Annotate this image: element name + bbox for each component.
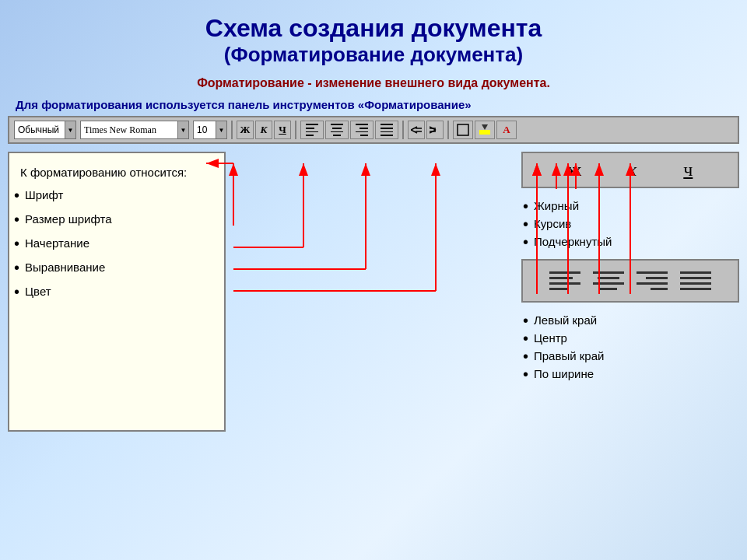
highlight-button[interactable] — [475, 121, 495, 139]
underline-button[interactable]: Ч — [274, 121, 291, 139]
align-item-left: Левый край — [529, 313, 739, 327]
outdent-button[interactable] — [408, 121, 425, 139]
list-item-color: Цвет — [20, 285, 213, 298]
biu-underline-label: ч — [683, 159, 693, 180]
align-right-sample — [633, 267, 671, 295]
divider1 — [231, 121, 233, 139]
list-item-style: Начертание — [20, 236, 213, 250]
size-value: 10 — [193, 121, 216, 139]
subtitle: Форматирование - изменение внешнего вида… — [0, 76, 747, 90]
style-selector[interactable]: Обычный ▼ — [14, 121, 76, 139]
toolbar: Обычный ▼ Times New Roman ▼ 10 ▼ Ж К Ч — [8, 116, 739, 144]
list-item-align: Выравнивание — [20, 261, 213, 274]
left-info-box: К форматированию относится: Шрифт Размер… — [8, 152, 226, 432]
align-left-button[interactable] — [300, 121, 324, 139]
left-box-title: К форматированию относится: — [20, 166, 213, 179]
list-item-size: Размер шрифта — [20, 212, 213, 226]
bold-button[interactable]: Ж — [237, 121, 254, 139]
align-item-center: Центр — [529, 331, 739, 345]
panel-label: Для форматирования используется панель и… — [0, 95, 747, 116]
content-area: К форматированию относится: Шрифт Размер… — [8, 152, 739, 432]
svg-rect-9 — [479, 130, 490, 135]
align-center-button[interactable] — [325, 121, 349, 139]
font-selector[interactable]: Times New Roman ▼ — [80, 121, 189, 139]
title-line1: Схема создания документа — [0, 14, 747, 43]
right-info-area: ж к ч Жирный Курсив Подчеркнутый — [521, 152, 739, 432]
font-dropdown-arrow[interactable]: ▼ — [178, 121, 189, 139]
page-title: Схема создания документа (Форматирование… — [0, 0, 747, 70]
biu-item-bold: Жирный — [529, 199, 739, 212]
font-value: Times New Roman — [80, 121, 178, 139]
align-item-justify: По ширине — [529, 367, 739, 380]
indent-button[interactable] — [426, 121, 444, 139]
align-box — [521, 259, 739, 303]
biu-item-underline: Подчеркнутый — [529, 235, 739, 248]
svg-rect-8 — [458, 124, 468, 135]
style-value: Обычный — [14, 121, 65, 139]
divider3 — [402, 121, 404, 139]
size-dropdown-arrow[interactable]: ▼ — [216, 121, 227, 139]
biu-italic-label: к — [628, 159, 637, 180]
left-box-list: Шрифт Размер шрифта Начертание Выравнива… — [20, 188, 213, 298]
align-right-button[interactable] — [350, 121, 374, 139]
biu-box: ж к ч — [521, 152, 739, 188]
align-center-sample — [590, 267, 627, 295]
italic-button[interactable]: К — [255, 121, 272, 139]
divider2 — [295, 121, 296, 139]
align-list: Левый край Центр Правый край По ширине — [529, 313, 739, 380]
biu-list: Жирный Курсив Подчеркнутый — [529, 199, 739, 248]
middle-spacer — [226, 152, 521, 432]
font-color-button[interactable]: A — [496, 121, 517, 139]
biu-item-italic: Курсив — [529, 217, 739, 230]
align-justify-button[interactable] — [375, 121, 398, 139]
divider4 — [447, 121, 449, 139]
biu-bold-label: ж — [568, 159, 581, 180]
align-justify-sample — [677, 267, 714, 295]
list-item-font: Шрифт — [20, 188, 213, 201]
border-button[interactable] — [453, 121, 473, 139]
style-dropdown-arrow[interactable]: ▼ — [65, 121, 76, 139]
align-left-sample — [546, 267, 584, 295]
title-line2: (Форматирование документа) — [0, 43, 747, 67]
align-item-right: Правый край — [529, 349, 739, 362]
size-selector[interactable]: 10 ▼ — [193, 121, 227, 139]
